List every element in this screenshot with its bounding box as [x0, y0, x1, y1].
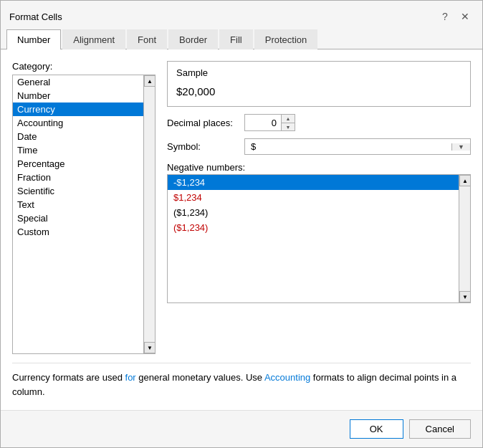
- format-cells-dialog: Format Cells ? ✕ Number Alignment Font B…: [0, 0, 483, 448]
- list-item-text[interactable]: Text: [13, 198, 143, 211]
- list-item-currency[interactable]: Currency: [13, 103, 143, 116]
- symbol-row: Symbol: ▼: [167, 138, 471, 155]
- list-item-date[interactable]: Date: [13, 130, 143, 143]
- scroll-down-arrow[interactable]: ▼: [144, 342, 156, 353]
- list-item-accounting[interactable]: Accounting: [13, 116, 143, 130]
- negative-numbers-list-container: -$1,234 $1,234 ($1,234) ($1,234) ▲ ▼: [167, 174, 471, 303]
- tab-border[interactable]: Border: [168, 29, 218, 49]
- dialog-title: Format Cells: [9, 11, 62, 22]
- list-item-special[interactable]: Special: [13, 211, 143, 225]
- decimal-places-label: Decimal places:: [167, 118, 239, 128]
- tab-alignment[interactable]: Alignment: [62, 29, 125, 49]
- symbol-dropdown-arrow[interactable]: ▼: [451, 143, 470, 151]
- chevron-down-icon: ▼: [458, 143, 464, 151]
- tab-bar: Number Alignment Font Border Fill Protec…: [1, 29, 482, 49]
- neg-item-4[interactable]: ($1,234): [168, 220, 459, 235]
- neg-scroll-down-arrow[interactable]: ▼: [459, 291, 471, 302]
- decimal-places-row: Decimal places: ▲ ▼: [167, 114, 471, 131]
- category-list[interactable]: General Number Currency Accounting Date …: [13, 75, 143, 353]
- list-item-time[interactable]: Time: [13, 143, 143, 157]
- negative-numbers-label: Negative numbers:: [167, 162, 471, 173]
- help-button[interactable]: ?: [436, 8, 454, 25]
- sample-label: Sample: [176, 67, 462, 78]
- cancel-button[interactable]: Cancel: [409, 419, 471, 439]
- negative-numbers-list[interactable]: -$1,234 $1,234 ($1,234) ($1,234): [168, 175, 459, 302]
- tab-protection[interactable]: Protection: [254, 29, 318, 49]
- list-item-number[interactable]: Number: [13, 89, 143, 103]
- symbol-label: Symbol:: [167, 141, 239, 152]
- tab-number[interactable]: Number: [6, 29, 61, 49]
- tab-fill[interactable]: Fill: [219, 29, 253, 49]
- list-item-general[interactable]: General: [13, 75, 143, 89]
- ok-button[interactable]: OK: [350, 419, 403, 439]
- close-button[interactable]: ✕: [456, 8, 474, 25]
- tab-font[interactable]: Font: [127, 29, 167, 49]
- sample-box: Sample $20,000: [167, 61, 471, 107]
- sample-value: $20,000: [176, 82, 462, 100]
- list-item-custom[interactable]: Custom: [13, 225, 143, 239]
- scroll-track: [144, 87, 155, 342]
- spinner-down-button[interactable]: ▼: [282, 123, 295, 130]
- symbol-dropdown[interactable]: ▼: [244, 138, 471, 155]
- left-panel: Category: General Number Currency Accoun…: [12, 61, 156, 354]
- description-text: Currency formats are used for general mo…: [12, 363, 471, 399]
- title-bar-controls: ? ✕: [436, 8, 474, 25]
- symbol-input[interactable]: [245, 139, 451, 154]
- category-list-with-scroll: General Number Currency Accounting Date …: [13, 75, 155, 353]
- main-area: Category: General Number Currency Accoun…: [12, 61, 471, 354]
- decimal-places-input[interactable]: [245, 116, 281, 130]
- neg-item-2[interactable]: $1,234: [168, 190, 459, 205]
- neg-item-3[interactable]: ($1,234): [168, 205, 459, 220]
- category-label: Category:: [12, 61, 156, 72]
- category-list-container: General Number Currency Accounting Date …: [12, 75, 156, 354]
- dialog-footer: OK Cancel: [1, 410, 482, 447]
- title-bar: Format Cells ? ✕: [1, 1, 482, 27]
- main-content: Category: General Number Currency Accoun…: [1, 49, 482, 410]
- negative-numbers-scrollbar[interactable]: ▲ ▼: [459, 175, 470, 302]
- decimal-places-spinner[interactable]: ▲ ▼: [244, 114, 295, 131]
- neg-scroll-up-arrow[interactable]: ▲: [459, 175, 471, 186]
- negative-numbers-section: Negative numbers: -$1,234 $1,234 ($1,234…: [167, 162, 471, 303]
- category-scrollbar[interactable]: ▲ ▼: [143, 75, 155, 353]
- right-panel: Sample $20,000 Decimal places: ▲ ▼: [167, 61, 471, 354]
- list-item-percentage[interactable]: Percentage: [13, 157, 143, 171]
- list-item-fraction[interactable]: Fraction: [13, 171, 143, 184]
- neg-scroll-track: [459, 186, 470, 291]
- scroll-up-arrow[interactable]: ▲: [144, 75, 156, 87]
- spinner-buttons: ▲ ▼: [281, 115, 295, 130]
- list-item-scientific[interactable]: Scientific: [13, 184, 143, 198]
- spinner-up-button[interactable]: ▲: [282, 115, 295, 123]
- neg-item-1[interactable]: -$1,234: [168, 175, 459, 190]
